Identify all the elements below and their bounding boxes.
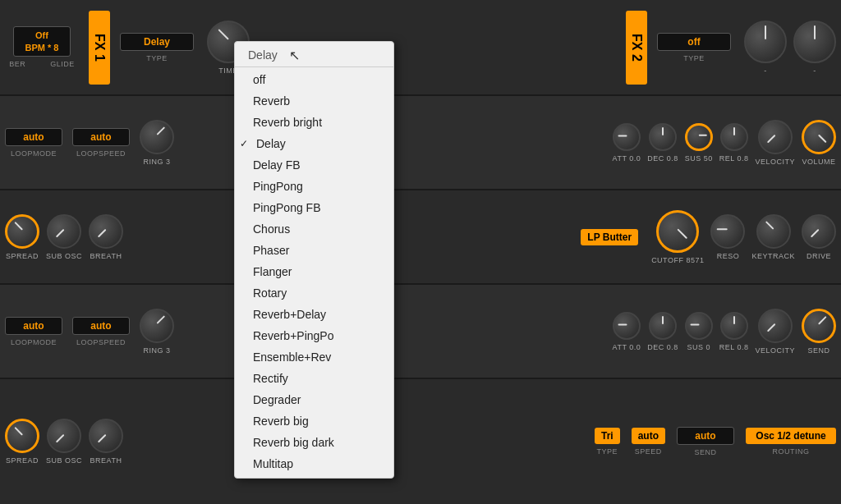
menu-item-flanger[interactable]: Flanger [235,261,393,282]
loopspeed-display-r4[interactable]: auto [72,317,130,335]
menu-item-reverb-pingpo[interactable]: Reverb+PingPo [235,325,393,346]
breath-knob[interactable] [89,214,123,249]
send-label-r5: SEND [694,448,716,456]
fx2-dash2: - [813,66,816,75]
att-knob-r4[interactable] [613,312,641,340]
row2: auto LOOPMODE auto LOOPSPEED RING 3 ATT … [0,94,841,189]
att-knob-r4: ATT 0.0 [613,312,641,351]
fx2-param1-knob[interactable] [744,21,787,63]
dec-knob-r4[interactable] [649,312,677,340]
menu-item-rotary[interactable]: Rotary [235,282,393,304]
ring3-knob-group-r4: RING 3 [140,309,174,355]
menu-item-rectify[interactable]: Rectify [235,368,393,389]
menu-item-reverb-big[interactable]: Reverb big [235,410,393,432]
att-knob-r2: ATT 0.0 [613,123,641,163]
subosc-knob[interactable] [47,214,81,249]
spread-knob-r5[interactable] [5,419,39,453]
subosc-knob-r5: SUB OSC [46,419,82,465]
spread-knob-r3: SPREAD [5,214,39,260]
drive-knob[interactable] [802,214,836,249]
fx2-param1-group: - [744,21,787,75]
menu-item-chorus[interactable]: Chorus [235,218,393,240]
type-display-r5[interactable]: Tri [595,428,620,444]
drive-knob-r3: DRIVE [802,214,836,260]
sus-label-r2: SUS 50 [685,154,713,163]
filter-display[interactable]: LP Butter [581,229,638,245]
subosc-knob-r5[interactable] [47,419,81,453]
rel-knob-r4: REL 0.8 [719,312,749,351]
loopmode-display-r2[interactable]: auto [5,128,62,146]
spread-label-r5: SPREAD [6,456,39,465]
send-knob-r4[interactable] [802,309,836,343]
cutoff-label-r3: CUTOFF 8571 [651,256,704,264]
speed-label-r5: SPEED [635,447,662,456]
breath-label-r5: BREATH [90,456,122,465]
velocity-label-r4: VELOCITY [755,346,795,355]
dropdown-header: Delay [235,45,393,67]
fx1-type-label: TYPE [146,54,168,62]
subosc-label-r3: SUB OSC [46,252,82,260]
rel-knob[interactable] [720,123,748,151]
keytrack-knob[interactable] [756,214,791,249]
menu-item-delay-fb[interactable]: Delay FB [235,154,393,176]
menu-item-reverb[interactable]: Reverb [235,90,393,112]
speed-display-r5[interactable]: auto [632,428,665,444]
drive-label-r3: DRIVE [807,252,831,260]
dec-label-r4: DEC 0.8 [647,343,678,351]
rel-knob-r4[interactable] [720,312,748,340]
menu-item-off[interactable]: off [235,69,393,90]
fx1-type-display[interactable]: Delay [120,33,194,51]
breath-knob-r5[interactable] [89,419,123,453]
velocity-knob-r4[interactable] [758,309,793,343]
loopspeed-display-r2[interactable]: auto [72,128,130,146]
loopmode-display-r4[interactable]: auto [5,317,62,335]
menu-item-pingpong[interactable]: PingPong [235,176,393,197]
routing-display-r5[interactable]: Osc 1/2 detune [746,428,836,444]
sus-knob[interactable] [685,123,713,151]
send-knob-r4: SEND [802,309,836,355]
sus-knob-r4[interactable] [685,312,713,340]
velocity-knob-r4: VELOCITY [755,309,795,355]
fx2-param2-knob[interactable] [793,21,836,63]
ring3-knob-r2[interactable] [140,120,174,154]
fx2-type-group[interactable]: off TYPE [657,33,731,62]
menu-item-reverb-delay[interactable]: Reverb+Delay [235,304,393,325]
menu-item-phaser[interactable]: Phaser [235,240,393,261]
rel-label-r4: REL 0.8 [719,343,749,351]
loopspeed-label-r2: LOOPSPEED [76,149,126,158]
menu-item-degrader[interactable]: Degrader [235,389,393,410]
ring3-knob-r4[interactable] [140,309,174,343]
volume-label-r2: VOLUME [802,158,835,166]
volume-knob[interactable] [802,120,836,154]
sus-label-r4: SUS 0 [687,343,711,351]
reso-knob[interactable] [710,214,745,249]
menu-item-multitap[interactable]: Multitap [235,453,393,474]
velocity-knob[interactable] [758,120,793,154]
fx1-type-group[interactable]: Delay TYPE [120,33,194,62]
menu-item-ensemble-rev[interactable]: Ensemble+Rev [235,346,393,368]
att-label-r2: ATT 0.0 [613,154,641,163]
fx2-dash1: - [764,66,767,75]
fx-type-dropdown[interactable]: Delay off Reverb Reverb bright Delay Del… [234,41,394,479]
ring3-knob-group-r2: RING 3 [140,120,174,166]
spread-knob[interactable] [5,214,39,249]
fx2-label: FX 2 [626,11,647,85]
menu-item-reverb-bright[interactable]: Reverb bright [235,112,393,133]
velocity-label-r2: VELOCITY [755,158,795,166]
cutoff-knob[interactable] [656,210,699,253]
loopmode-label-r2: LOOPMODE [11,149,57,158]
fx1-label: FX 1 [89,11,110,85]
send-display-r5[interactable]: auto [677,427,734,445]
menu-item-delay[interactable]: Delay [235,133,393,154]
rel-label-r2: REL 0.8 [719,154,749,163]
bpm-display[interactable]: OffBPM * 8 [13,26,71,57]
dec-knob[interactable] [649,123,677,151]
cutoff-knob-r3: CUTOFF 8571 [651,210,704,264]
att-knob[interactable] [613,123,641,151]
fx2-type-display[interactable]: off [657,33,731,51]
keytrack-knob-r3: KEYTRACK [751,214,795,260]
row4: auto LOOPMODE auto LOOPSPEED RING 3 ATT … [0,283,841,378]
breath-knob-r5: BREATH [89,419,123,465]
menu-item-pingpong-fb[interactable]: PingPong FB [235,197,393,218]
menu-item-reverb-big-dark[interactable]: Reverb big dark [235,432,393,453]
